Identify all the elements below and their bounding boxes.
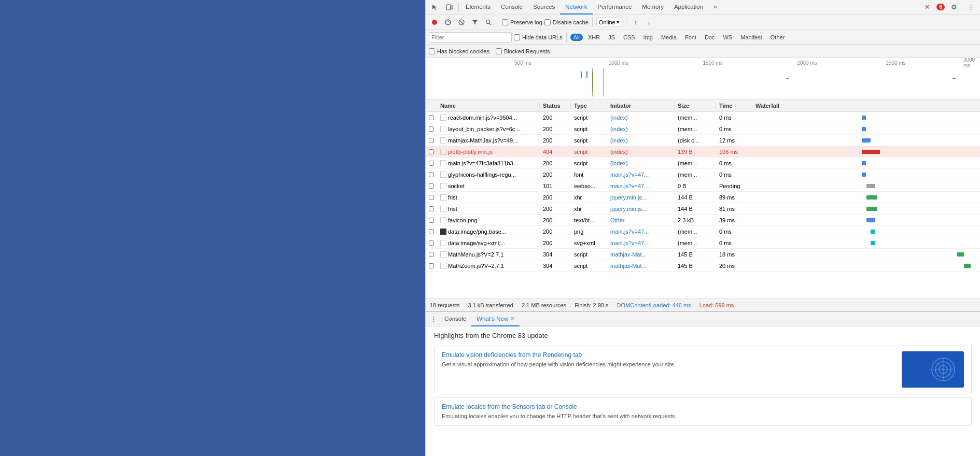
filter-xhr-button[interactable]: XHR [585,34,603,41]
tab-console[interactable]: Console [496,0,528,15]
filter-font-button[interactable]: Font [682,34,699,41]
row-checkbox-cell [426,172,437,177]
table-row[interactable]: glyphicons-halflings-regu... 200 font ma… [426,169,980,180]
row-initiator: (index) [607,137,675,144]
device-icon[interactable] [442,0,457,15]
clear-button[interactable] [456,17,467,28]
row-initiator: main.js?v=47... [607,229,675,235]
row-checkbox[interactable] [429,126,434,132]
table-row[interactable]: frist 200 xhr jquery.min.js... 144 B 81 … [426,203,980,215]
filter-other-button[interactable]: Other [767,34,788,41]
th-name[interactable]: Name [437,103,540,109]
preserve-log-checkbox[interactable] [502,19,508,25]
tab-sources[interactable]: Sources [528,0,560,15]
tab-more[interactable]: » [708,0,722,15]
filter-icon[interactable] [469,17,481,28]
row-checkbox[interactable] [429,240,434,246]
table-row[interactable]: layout_bin_packer.js?v=6c... 200 script … [426,123,980,135]
row-checkbox[interactable] [429,229,434,234]
row-waterfall [752,237,980,249]
upload-icon[interactable]: ↑ [630,17,641,28]
filter-media-button[interactable]: Media [658,34,680,41]
row-checkbox[interactable] [429,263,434,268]
hide-data-urls-checkbox[interactable] [514,34,520,40]
row-checkbox[interactable] [429,252,434,257]
table-row[interactable]: socket 101 webso... main.js?v=47... 0 B … [426,180,980,192]
blocked-cookies-checkbox[interactable] [429,48,435,54]
th-type[interactable]: Type [571,103,607,109]
row-checkbox[interactable] [429,115,434,120]
svg-line-6 [460,21,463,24]
tab-console-bottom[interactable]: Console [439,312,471,326]
row-size: (mem... [675,240,716,246]
tab-memory[interactable]: Memory [637,0,669,15]
th-time[interactable]: Time [716,103,752,109]
tab-application[interactable]: Application [669,0,708,15]
tab-elements[interactable]: Elements [460,0,496,15]
highlight-card-2-title[interactable]: Emulate locales from the Sensors tab or … [442,403,964,410]
settings-icon[interactable]: ⚙ [947,0,961,15]
table-row[interactable]: data:image/png;base... 200 png main.js?v… [426,226,980,237]
filter-ws-button[interactable]: WS [720,34,735,41]
blocked-cookies-label[interactable]: Has blocked cookies [429,48,489,54]
timeline-bars [426,67,980,97]
disable-cache-label[interactable]: Disable cache [544,19,589,25]
download-icon[interactable]: ↓ [643,17,655,28]
row-time: 18 ms [716,251,752,258]
th-status[interactable]: Status [540,103,571,109]
row-checkbox[interactable] [429,149,434,154]
row-size: (mem... [675,126,716,132]
blocked-requests-checkbox[interactable] [496,48,502,54]
tab-whats-new[interactable]: What's New ✕ [471,312,520,326]
filter-input[interactable] [429,32,512,42]
row-checkbox[interactable] [429,172,434,177]
bottom-menu-icon[interactable]: ⋮ [428,314,439,325]
highlight-card-2: Emulate locales from the Sensors tab or … [434,397,972,426]
row-checkbox[interactable] [429,161,434,166]
row-checkbox[interactable] [429,195,434,200]
filter-img-button[interactable]: Img [640,34,656,41]
table-row[interactable]: mathjax-MathJax.js?v=49... 200 script (i… [426,135,980,146]
tab-network[interactable]: Network [560,0,592,15]
row-checkbox[interactable] [429,138,434,143]
filter-css-button[interactable]: CSS [620,34,638,41]
requests-table: react-dom.min.js?v=9504... 200 script (i… [426,112,980,298]
table-row[interactable]: favicon.png 200 text/ht... Other 2.3 kB … [426,215,980,226]
filter-manifest-button[interactable]: Manifest [737,34,765,41]
table-row[interactable]: data:image/svg+xml;... 200 svg+xml main.… [426,237,980,249]
tab-performance[interactable]: Performance [593,0,637,15]
table-row[interactable]: react-dom.min.js?v=9504... 200 script (i… [426,112,980,123]
preserve-log-label[interactable]: Preserve log [502,19,542,25]
row-checkbox[interactable] [429,206,434,211]
highlight-card-1-title[interactable]: Emulate vision deficiencies from the Ren… [442,351,895,359]
disable-cache-checkbox[interactable] [544,19,551,25]
waterfall-bar [862,150,880,154]
highlight-card-1-desc: Get a visual approximation of how people… [442,361,895,368]
finish-time: Finish: 2.90 s [575,302,608,308]
blocked-requests-label[interactable]: Blocked Requests [496,48,550,54]
row-initiator: jquery.min.js... [607,206,675,212]
close-devtools-icon[interactable]: ✕ [920,0,934,15]
filter-all-button[interactable]: All [570,34,583,41]
record-button[interactable] [429,17,440,28]
table-row[interactable]: frist 200 xhr jquery.min.js... 144 B 89 … [426,192,980,203]
filter-js-button[interactable]: JS [605,34,618,41]
table-row[interactable]: MathMenu.js?V=2.7.1 304 script mathjax-M… [426,249,980,260]
th-size[interactable]: Size [675,103,716,109]
hide-data-urls-label[interactable]: Hide data URLs [514,34,563,40]
table-row[interactable]: plotly-plotly.min.js 404 script (index) … [426,146,980,158]
th-initiator[interactable]: Initiator [607,103,675,109]
th-waterfall[interactable]: Waterfall [752,103,980,109]
filter-doc-button[interactable]: Doc [702,34,718,41]
table-row[interactable]: main.js?v=47fc3afa811b3... 200 script (i… [426,158,980,169]
row-checkbox[interactable] [429,218,434,223]
cursor-icon[interactable] [428,0,442,15]
throttling-select[interactable]: Online ▾ [596,18,622,26]
row-status: 200 [540,194,571,201]
search-icon[interactable] [483,17,494,28]
stop-button[interactable] [442,17,454,28]
row-checkbox[interactable] [429,183,434,189]
close-whats-new-button[interactable]: ✕ [510,316,514,321]
more-options-icon[interactable]: ⋮ [963,0,978,15]
table-row[interactable]: MathZoom.js?V=2.7.1 304 script mathjax-M… [426,260,980,272]
